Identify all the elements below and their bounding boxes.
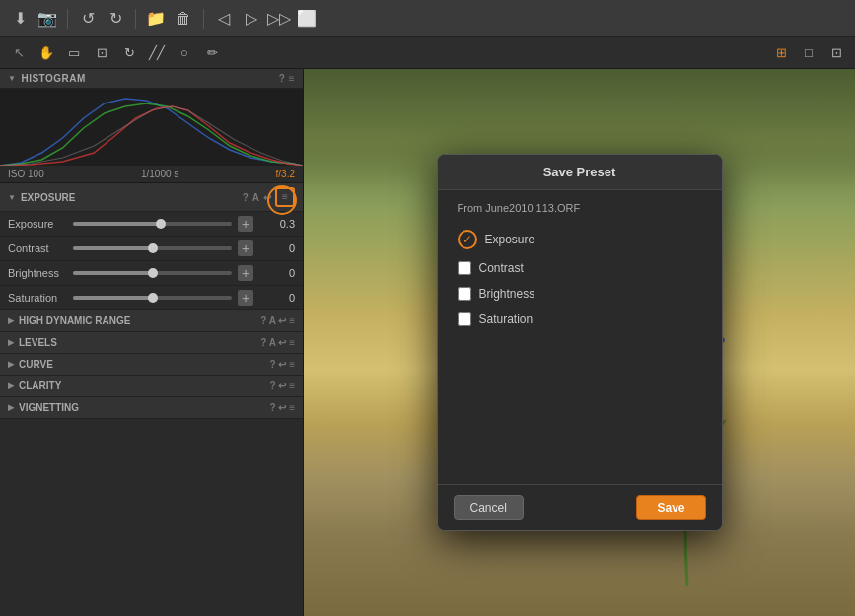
main-content: ▼ HISTOGRAM ? ≡ ISO 100 1/1000 s f/3.2 bbox=[0, 69, 855, 616]
saturation-slider-thumb[interactable] bbox=[148, 293, 158, 303]
tool-rect[interactable]: ▭ bbox=[63, 42, 85, 64]
shutter-value: 1/1000 s bbox=[141, 169, 178, 179]
modal-spacer bbox=[454, 334, 706, 472]
contrast-value: 0 bbox=[259, 242, 295, 254]
saturation-value: 0 bbox=[259, 292, 295, 304]
hdr-triangle: ▶ bbox=[8, 316, 14, 325]
brightness-plus-btn[interactable]: + bbox=[238, 265, 253, 281]
exposure-auto-icon[interactable]: A bbox=[252, 192, 259, 203]
view-grid[interactable]: ⊞ bbox=[770, 42, 792, 64]
contrast-checkbox[interactable] bbox=[458, 261, 471, 275]
save-button[interactable]: Save bbox=[636, 495, 705, 520]
saturation-slider-row: Saturation + 0 bbox=[0, 286, 303, 310]
prev-icon[interactable]: ◁ bbox=[212, 7, 236, 31]
exposure-check-circle[interactable]: ✓ bbox=[458, 230, 477, 249]
histogram-chart bbox=[0, 89, 303, 166]
exposure-value: 0.3 bbox=[259, 218, 295, 230]
exposure-reset-icon[interactable]: ↩ bbox=[263, 192, 271, 203]
levels-label: LEVELS bbox=[19, 337, 260, 348]
brightness-slider-track[interactable] bbox=[73, 271, 232, 275]
hdr-icons: ? A ↩ ≡ bbox=[260, 315, 295, 326]
contrast-slider-track[interactable] bbox=[73, 246, 232, 250]
top-toolbar: ⬇ 📷 ↺ ↻ 📁 🗑 ◁ ▷ ▷▷ ⬜ bbox=[0, 0, 855, 37]
histogram-header: ▼ HISTOGRAM ? ≡ bbox=[0, 69, 303, 89]
iso-value: ISO 100 bbox=[8, 169, 44, 179]
levels-section[interactable]: ▶ LEVELS ? A ↩ ≡ bbox=[0, 332, 303, 354]
exposure-slider-fill bbox=[73, 222, 161, 226]
histogram-icons: ? ≡ bbox=[279, 73, 295, 84]
clarity-icons: ? ↩ ≡ bbox=[270, 380, 296, 391]
vignetting-triangle: ▶ bbox=[8, 403, 14, 412]
undo-icon[interactable]: ↺ bbox=[76, 7, 100, 31]
saturation-slider-track[interactable] bbox=[73, 296, 232, 300]
separator-2 bbox=[135, 9, 136, 29]
exposure-menu-icon[interactable]: ≡ bbox=[275, 187, 295, 207]
contrast-plus-btn[interactable]: + bbox=[238, 240, 253, 256]
exposure-checkbox-label: Exposure bbox=[485, 233, 535, 246]
view-mode-group: ⊞ □ ⊡ bbox=[770, 42, 847, 64]
tool-crop[interactable]: ⊡ bbox=[91, 42, 112, 64]
exposure-icons: ? A ↩ ≡ bbox=[243, 187, 295, 207]
vignetting-label: VIGNETTING bbox=[19, 402, 270, 413]
view-single[interactable]: □ bbox=[798, 42, 819, 64]
checkbox-exposure-row: ✓ Exposure bbox=[454, 226, 706, 253]
forward-icon[interactable]: ▷▷ bbox=[267, 7, 291, 31]
modal-body: From June2010 113.ORF ✓ Exposure Contras… bbox=[438, 190, 722, 484]
brightness-value: 0 bbox=[259, 267, 295, 279]
saturation-checkbox-label: Saturation bbox=[479, 312, 534, 326]
tool-hand[interactable]: ✋ bbox=[36, 42, 57, 64]
brightness-slider-thumb[interactable] bbox=[148, 268, 158, 278]
saturation-plus-btn[interactable]: + bbox=[238, 290, 253, 306]
histogram-triangle: ▼ bbox=[8, 74, 16, 83]
contrast-slider-thumb[interactable] bbox=[148, 243, 158, 253]
curve-label: CURVE bbox=[19, 359, 270, 370]
brightness-slider-label: Brightness bbox=[8, 267, 67, 279]
copy-icon[interactable]: ⬜ bbox=[295, 7, 319, 31]
tool-select[interactable]: ↖ bbox=[8, 42, 30, 64]
vignetting-section[interactable]: ▶ VIGNETTING ? ↩ ≡ bbox=[0, 397, 303, 419]
left-panel: ▼ HISTOGRAM ? ≡ ISO 100 1/1000 s f/3.2 bbox=[0, 69, 304, 616]
exposure-triangle: ▼ bbox=[8, 193, 16, 202]
camera-icon[interactable]: 📷 bbox=[36, 7, 59, 31]
saturation-checkbox[interactable] bbox=[458, 312, 471, 326]
checkbox-saturation-row: Saturation bbox=[454, 308, 706, 330]
hdr-label: HIGH DYNAMIC RANGE bbox=[19, 315, 260, 326]
exposure-section: ▼ EXPOSURE ? A ↩ ≡ Exposure + 0.3 bbox=[0, 183, 303, 310]
histogram-label: HISTOGRAM bbox=[21, 73, 278, 84]
saturation-slider-label: Saturation bbox=[8, 292, 67, 304]
download-icon[interactable]: ⬇ bbox=[8, 7, 32, 31]
clarity-triangle: ▶ bbox=[8, 381, 14, 390]
exposure-help-icon[interactable]: ? bbox=[243, 192, 249, 203]
checkbox-brightness-row: Brightness bbox=[454, 283, 706, 305]
view-compare[interactable]: ⊡ bbox=[825, 42, 847, 64]
cancel-button[interactable]: Cancel bbox=[454, 495, 524, 520]
brightness-checkbox[interactable] bbox=[458, 287, 471, 301]
exposure-slider-track[interactable] bbox=[73, 222, 232, 226]
contrast-checkbox-label: Contrast bbox=[479, 261, 524, 275]
clarity-section[interactable]: ▶ CLARITY ? ↩ ≡ bbox=[0, 376, 303, 397]
tool-circle[interactable]: ○ bbox=[174, 42, 195, 64]
hdr-section[interactable]: ▶ HIGH DYNAMIC RANGE ? A ↩ ≡ bbox=[0, 310, 303, 332]
exposure-slider-thumb[interactable] bbox=[156, 219, 166, 229]
tool-rotate[interactable]: ↻ bbox=[118, 42, 140, 64]
levels-icons: ? A ↩ ≡ bbox=[260, 337, 295, 348]
saturation-slider-fill bbox=[73, 296, 153, 300]
folder-icon[interactable]: 📁 bbox=[144, 7, 168, 31]
redo-icon[interactable]: ↻ bbox=[104, 7, 127, 31]
exposure-plus-btn[interactable]: + bbox=[238, 216, 253, 232]
exposure-slider-row: Exposure + 0.3 bbox=[0, 212, 303, 237]
tool-line[interactable]: ╱╱ bbox=[146, 42, 168, 64]
tool-pen[interactable]: ✏ bbox=[201, 42, 223, 64]
aperture-value: f/3.2 bbox=[276, 169, 295, 179]
next-icon[interactable]: ▷ bbox=[240, 7, 263, 31]
brightness-slider-fill bbox=[73, 271, 153, 275]
vignetting-icons: ? ↩ ≡ bbox=[270, 402, 296, 413]
delete-icon[interactable]: 🗑 bbox=[172, 7, 195, 31]
brightness-checkbox-label: Brightness bbox=[479, 287, 535, 301]
exposure-header: ▼ EXPOSURE ? A ↩ ≡ bbox=[0, 183, 303, 212]
modal-overlay: Save Preset From June2010 113.ORF ✓ Expo… bbox=[304, 69, 855, 616]
contrast-slider-fill bbox=[73, 246, 153, 250]
second-toolbar: ↖ ✋ ▭ ⊡ ↻ ╱╱ ○ ✏ ⊞ □ ⊡ bbox=[0, 37, 855, 69]
curve-section[interactable]: ▶ CURVE ? ↩ ≡ bbox=[0, 354, 303, 376]
exposure-label: EXPOSURE bbox=[21, 192, 243, 203]
